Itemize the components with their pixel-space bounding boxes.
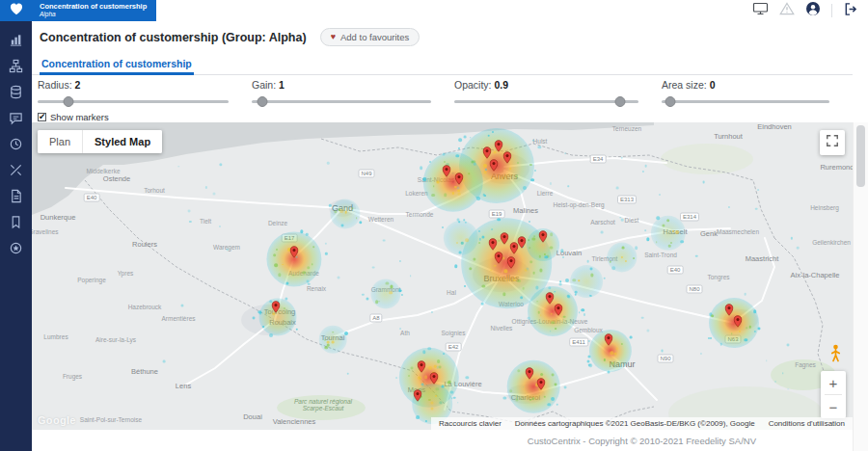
map-marker-pin[interactable] [290, 245, 299, 257]
heat-dot [295, 328, 297, 330]
map-marker-pin[interactable] [537, 377, 546, 389]
heat-dot [408, 375, 410, 377]
sidebar-item-reports[interactable] [0, 183, 32, 209]
heat-dot [774, 381, 776, 383]
sidebar-item-analytics[interactable] [0, 27, 32, 53]
map-type-plan-button[interactable]: Plan [38, 130, 82, 153]
sidebar-item-hierarchy[interactable] [0, 53, 32, 79]
map-marker-pin[interactable] [495, 251, 503, 263]
map[interactable]: TerneuzenHulstTurnhoutEindhovenRuremonde… [32, 122, 853, 430]
fullscreen-button[interactable] [820, 130, 845, 155]
zoom-out-button[interactable]: − [821, 395, 846, 418]
sidebar-item-extensions[interactable] [0, 235, 32, 261]
tools-icon [9, 163, 23, 177]
heat-dot [646, 329, 649, 332]
slider-thumb[interactable] [665, 96, 675, 107]
user-icon[interactable] [805, 1, 821, 20]
area-size-slider[interactable] [662, 95, 829, 109]
heat-dot [644, 230, 646, 232]
map-marker-pin[interactable] [605, 332, 613, 345]
tab-concentration[interactable]: Concentration of customership [40, 53, 194, 75]
map-marker-pin[interactable] [539, 229, 548, 242]
heat-blob [319, 326, 347, 354]
map-marker-pin[interactable] [555, 303, 563, 315]
map-marker-pin[interactable] [503, 150, 512, 163]
sidebar-nav [0, 27, 32, 261]
heat-dot [302, 271, 306, 275]
heat-dot [590, 267, 593, 270]
heat-dot [791, 237, 793, 239]
map-marker-pin[interactable] [725, 303, 734, 315]
map-marker-pin[interactable] [495, 139, 503, 151]
heat-dot [646, 237, 649, 240]
gain-slider[interactable] [252, 95, 431, 109]
map-marker-pin[interactable] [455, 172, 464, 184]
warning-icon[interactable] [779, 2, 795, 19]
heat-dot [731, 333, 733, 335]
topbar-divider [831, 4, 832, 17]
display-icon[interactable] [752, 2, 769, 19]
heat-dot [579, 312, 581, 314]
map-marker-pin[interactable] [418, 359, 426, 372]
heat-dot [681, 240, 685, 244]
heat-dot [575, 291, 578, 294]
slider-thumb[interactable] [63, 96, 73, 107]
copyright-text: CustoCentrix - Copyright © 2010-2021 Fre… [528, 436, 756, 446]
slider-track[interactable] [252, 100, 431, 103]
google-logo[interactable]: Google [38, 414, 76, 426]
map-marker-pin[interactable] [483, 146, 492, 158]
open-module-tab[interactable]: Concentration of customership Alpha [32, 0, 156, 21]
terms-of-use-link[interactable]: Conditions d'utilisation [769, 419, 845, 428]
heat-dot [395, 377, 397, 379]
radius-label: Radius:2 [38, 79, 229, 91]
heat-dot [439, 366, 442, 369]
keyboard-shortcuts-link[interactable]: Raccourcis clavier [439, 419, 502, 428]
heat-dot [568, 185, 570, 187]
opacity-slider[interactable] [454, 95, 638, 109]
map-marker-pin[interactable] [501, 231, 509, 244]
sidebar-item-tools[interactable] [0, 157, 32, 183]
sidebar-item-history[interactable] [0, 131, 32, 157]
map-marker-pin[interactable] [734, 314, 743, 327]
zoom-in-button[interactable]: + [821, 371, 846, 394]
map-marker-pin[interactable] [443, 164, 451, 176]
heat-dot [458, 193, 461, 196]
heat-dot [456, 242, 458, 244]
map-marker-pin[interactable] [490, 158, 499, 171]
logout-icon[interactable] [843, 2, 858, 20]
heat-dot [529, 221, 530, 223]
radius-slider[interactable] [38, 95, 229, 109]
heat-dot [497, 218, 501, 222]
heat-dot [550, 312, 553, 315]
map-marker-pin[interactable] [546, 291, 555, 304]
slider-track[interactable] [454, 100, 638, 103]
heat-dot [163, 359, 166, 362]
map-marker-pin[interactable] [507, 255, 516, 268]
show-markers-checkbox[interactable] [38, 113, 46, 121]
map-marker-pin[interactable] [518, 235, 527, 248]
heat-dot [616, 347, 619, 350]
sidebar-item-messages[interactable] [0, 105, 32, 131]
sidebar-item-bookmarks[interactable] [0, 209, 32, 235]
sidebar-item-database[interactable] [0, 79, 32, 105]
slider-track[interactable] [662, 100, 829, 103]
heat-dot [642, 171, 644, 172]
scrollbar-thumb[interactable] [856, 125, 865, 187]
slider-thumb[interactable] [614, 96, 625, 107]
map-marker-pin[interactable] [489, 237, 498, 250]
show-markers-control[interactable]: Show markers [38, 112, 229, 122]
map-type-styled-button[interactable]: Styled Map [83, 130, 162, 153]
sidebar [0, 0, 32, 451]
heat-dot [478, 230, 480, 232]
map-marker-pin[interactable] [526, 366, 534, 379]
heat-dot [534, 170, 536, 172]
slider-thumb[interactable] [258, 96, 268, 107]
heat-dot [433, 185, 435, 187]
map-marker-pin[interactable] [430, 371, 439, 384]
map-marker-pin[interactable] [414, 388, 422, 401]
heat-dot [454, 265, 458, 269]
map-marker-pin[interactable] [272, 300, 281, 312]
pegman-icon[interactable] [830, 344, 841, 366]
add-to-favourites-button[interactable]: ♥ Add to favourites [320, 28, 420, 46]
app-logo[interactable] [0, 0, 32, 21]
